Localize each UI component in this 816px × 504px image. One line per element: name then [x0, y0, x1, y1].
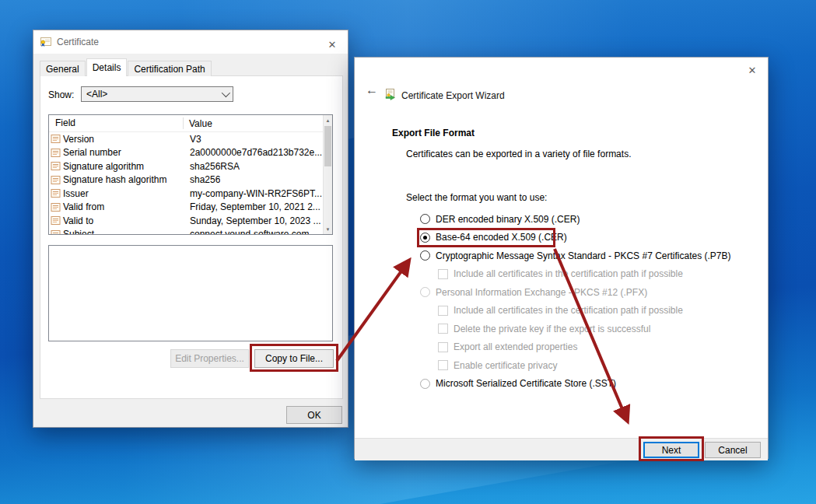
cancel-button[interactable]: Cancel — [705, 442, 761, 458]
include-path-pkcs7-checkbox: Include all certificates in the certific… — [420, 265, 731, 284]
certificate-icon — [40, 36, 52, 48]
wizard-title: Certificate Export Wizard — [401, 90, 505, 101]
certificate-dialog-titlebar[interactable]: Certificate — [33, 30, 348, 54]
export-extended-properties-checkbox: Export all extended properties — [420, 338, 731, 357]
checkbox-icon — [438, 269, 448, 279]
desktop: Certificate ✕ General Details Certificat… — [0, 0, 816, 504]
radio-selected-icon — [420, 233, 430, 243]
list-header: Field Value — [49, 115, 332, 132]
checkbox-icon — [438, 324, 448, 334]
ok-button[interactable]: OK — [286, 406, 342, 424]
certificate-tabs: General Details Certification Path — [40, 58, 212, 76]
chevron-down-icon — [222, 89, 230, 97]
tab-details[interactable]: Details — [86, 58, 128, 76]
table-row[interactable]: Issuer my-company-WIN-RR2FS6PT... — [49, 187, 332, 201]
format-option-sst[interactable]: Microsoft Serialized Certificate Store (… — [420, 375, 731, 394]
scrollbar[interactable]: ▲ ▼ — [323, 115, 332, 234]
format-option-base64[interactable]: Base-64 encoded X.509 (.CER) — [420, 229, 731, 247]
field-icon — [51, 175, 61, 185]
export-file-format-description: Certificates can be exported in a variet… — [406, 149, 631, 159]
field-icon — [51, 202, 61, 212]
format-option-pkcs7[interactable]: Cryptographic Message Syntax Standard - … — [420, 247, 731, 265]
tab-certification-path[interactable]: Certification Path — [128, 61, 211, 76]
column-header-value[interactable]: Value — [184, 118, 212, 129]
back-arrow-icon[interactable]: ← — [366, 83, 378, 97]
scroll-up-icon[interactable]: ▲ — [324, 115, 332, 125]
radio-icon — [420, 379, 430, 389]
copy-to-file-button[interactable]: Copy to File... — [254, 349, 334, 368]
show-label: Show: — [48, 89, 74, 100]
scroll-down-icon[interactable]: ▼ — [324, 224, 332, 234]
radio-icon — [420, 214, 430, 224]
field-value-preview-box — [48, 245, 333, 341]
format-option-pfx: Personal Information Exchange - PKCS #12… — [420, 283, 731, 302]
table-row[interactable]: Valid to Sunday, September 10, 2023 ... — [49, 214, 332, 228]
close-icon[interactable]: ✕ — [744, 62, 760, 78]
radio-icon — [420, 287, 430, 297]
show-dropdown[interactable]: <All> — [81, 86, 233, 102]
show-dropdown-value: <All> — [86, 89, 222, 100]
details-tab-page: Show: <All> Field Value Version V3 Seria… — [40, 75, 343, 399]
field-icon — [51, 215, 61, 226]
checkbox-icon — [438, 306, 448, 316]
field-icon — [51, 148, 61, 158]
certificate-export-icon — [384, 88, 397, 103]
table-row[interactable]: Version V3 — [49, 132, 332, 146]
export-file-format-heading: Export File Format — [392, 128, 475, 138]
format-option-der[interactable]: DER encoded binary X.509 (.CER) — [420, 210, 731, 229]
field-icon — [51, 161, 61, 171]
column-header-field[interactable]: Field — [49, 117, 184, 129]
table-row[interactable]: Serial number 2a0000000e7d76ad213b732e..… — [49, 146, 332, 160]
table-row[interactable]: Subject connect.yound-software.com — [49, 228, 332, 236]
certificate-dialog-title: Certificate — [57, 37, 99, 47]
table-row[interactable]: Valid from Friday, September 10, 2021 2.… — [49, 201, 332, 215]
certificate-export-wizard-dialog: ✕ ← Certificate Export Wizard Export Fil… — [354, 57, 769, 459]
format-prompt: Select the format you want to use: — [406, 192, 547, 203]
table-row[interactable]: Signature algorithm sha256RSA — [49, 159, 332, 173]
checkbox-icon — [438, 360, 448, 370]
certificate-dialog: Certificate ✕ General Details Certificat… — [33, 30, 348, 428]
close-icon[interactable]: ✕ — [324, 37, 340, 52]
field-icon — [51, 134, 61, 144]
delete-private-key-checkbox: Delete the private key if the export is … — [420, 320, 731, 338]
scrollbar-thumb[interactable] — [324, 126, 331, 166]
certificate-fields-list[interactable]: Field Value Version V3 Serial number 2a0… — [48, 114, 333, 235]
table-row[interactable]: Signature hash algorithm sha256 — [49, 173, 332, 187]
tab-general[interactable]: General — [40, 61, 86, 76]
field-icon — [51, 188, 61, 198]
checkbox-icon — [438, 342, 448, 352]
enable-certificate-privacy-checkbox: Enable certificate privacy — [420, 356, 731, 375]
radio-icon — [420, 250, 430, 261]
include-path-pfx-checkbox: Include all certificates in the certific… — [420, 302, 731, 320]
field-icon — [51, 229, 61, 235]
next-button[interactable]: Next — [643, 442, 699, 458]
format-options: DER encoded binary X.509 (.CER) Base-64 … — [420, 210, 731, 393]
edit-properties-button: Edit Properties... — [170, 349, 249, 368]
